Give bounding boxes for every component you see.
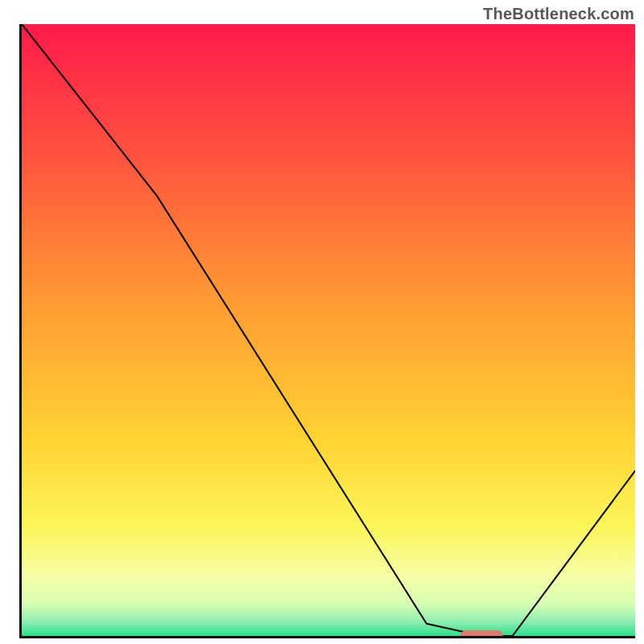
chart-container: TheBottleneck.com	[0, 0, 644, 644]
optimal-range-marker	[460, 630, 503, 638]
plot-area	[19, 24, 635, 638]
bottleneck-curve	[22, 24, 635, 636]
watermark-text: TheBottleneck.com	[483, 5, 634, 23]
